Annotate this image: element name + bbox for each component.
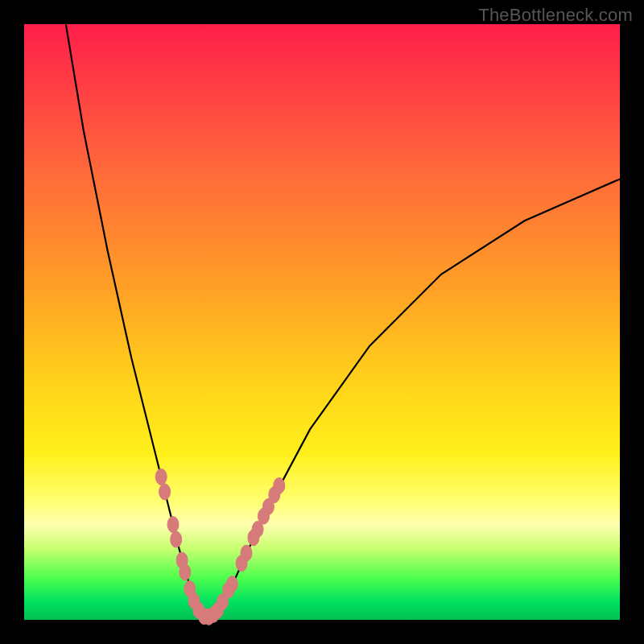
curve-marker — [274, 478, 285, 494]
curve-marker — [155, 469, 167, 485]
bottleneck-curve — [66, 24, 620, 617]
plot-area — [24, 24, 620, 620]
curve-marker — [171, 531, 182, 547]
curve-layer — [24, 24, 620, 620]
curve-markers — [155, 469, 285, 625]
curve-marker — [180, 564, 191, 580]
curve-marker — [159, 484, 171, 500]
chart-frame: TheBottleneck.com — [0, 0, 644, 644]
curve-marker — [241, 545, 252, 561]
curve-marker — [226, 576, 237, 592]
watermark-text: TheBottleneck.com — [478, 5, 633, 26]
curve-marker — [167, 517, 179, 533]
